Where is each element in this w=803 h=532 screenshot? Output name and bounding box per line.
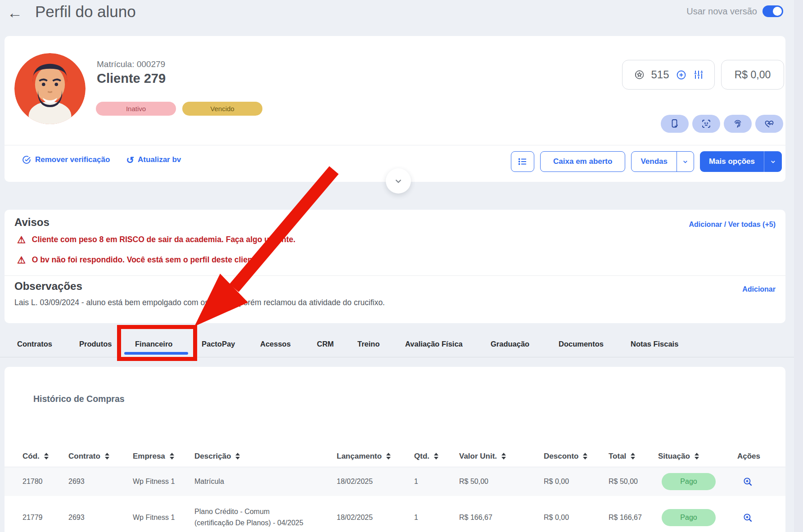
tab-avaliacao-fisica[interactable]: Avaliação Física <box>405 340 463 348</box>
fingerprint-icon <box>732 118 743 129</box>
col-header-acoes: Ações <box>737 452 785 461</box>
observacoes-title: Observações <box>14 280 82 293</box>
tab-acessos[interactable]: Acessos <box>260 340 291 348</box>
avisos-observacoes-card: Avisos Adicionar / Ver todas (+5) ⚠ Clie… <box>5 210 785 323</box>
tab-graduacao[interactable]: Graduação <box>491 340 529 348</box>
chevron-down-icon <box>682 158 689 165</box>
view-details-button[interactable] <box>743 513 753 523</box>
balance-value: R$ 0,00 <box>735 69 771 81</box>
toggle-knob <box>773 7 782 16</box>
sort-icon <box>695 453 699 460</box>
mais-opcoes-split-button: Mais opções <box>700 151 782 172</box>
view-details-button[interactable] <box>743 477 753 487</box>
col-header-cod[interactable]: Cód. <box>23 452 68 461</box>
vertical-scrollbar[interactable] <box>794 0 803 532</box>
col-header-empresa[interactable]: Empresa <box>133 452 194 461</box>
caixa-em-aberto-button[interactable]: Caixa em aberto <box>540 151 625 172</box>
perfil-do-aluno-page: ← Perfil do aluno Usar nova versão M <box>0 0 803 532</box>
face-scan-button[interactable] <box>692 115 720 133</box>
cell-valor-unit: R$ 166,67 <box>459 514 544 522</box>
phone-check-icon <box>669 118 680 129</box>
col-header-total[interactable]: Total <box>609 452 658 461</box>
vendas-split-button: Vendas <box>631 151 694 172</box>
vendas-button[interactable]: Vendas <box>632 152 677 171</box>
add-points-button[interactable] <box>676 69 687 81</box>
check-circle-icon <box>22 155 32 165</box>
col-header-qtd[interactable]: Qtd. <box>414 452 459 461</box>
tab-pactopay[interactable]: PactoPay <box>202 340 235 348</box>
balance-box: R$ 0,00 <box>721 60 784 90</box>
sort-icon <box>631 453 635 460</box>
back-arrow-icon: ← <box>7 4 23 21</box>
heart-pulse-button[interactable] <box>755 115 783 133</box>
col-header-desconto[interactable]: Desconto <box>544 452 609 461</box>
sort-icon <box>386 453 391 460</box>
cell-descricao: Matrícula <box>194 476 307 487</box>
status-badge-pago: Pago <box>662 473 716 490</box>
tab-notas-fiscais[interactable]: Notas Fiscais <box>631 340 678 348</box>
collapse-profile-button[interactable] <box>386 168 411 194</box>
cell-qtd: 1 <box>414 514 459 522</box>
historico-compras-card: Histórico de Compras Cód. Contrato Empre… <box>5 367 785 532</box>
aviso-text: Cliente com peso 8 em RISCO de sair da a… <box>32 235 295 244</box>
back-button[interactable]: ← <box>7 4 23 22</box>
col-header-contrato[interactable]: Contrato <box>68 452 133 461</box>
nova-versao-toggle[interactable] <box>762 5 783 17</box>
list-icon <box>517 156 528 167</box>
remover-verificacao-label: Remover verificação <box>35 155 110 164</box>
chevron-down-icon <box>770 158 776 165</box>
avisos-adicionar-ver-todas-link[interactable]: Adicionar / Ver todas (+5) <box>689 221 776 229</box>
observacao-text: Lais L. 03/09/2024 - aluno está bem empo… <box>14 298 385 307</box>
tab-produtos[interactable]: Produtos <box>79 340 112 348</box>
avatar <box>14 53 86 124</box>
sort-icon <box>235 453 240 460</box>
cell-total: R$ 50,00 <box>609 478 658 486</box>
col-header-valor-unit[interactable]: Valor Unit. <box>459 452 544 461</box>
plus-circle-icon <box>676 69 687 81</box>
tab-crm[interactable]: CRM <box>317 340 334 348</box>
sort-icon <box>501 453 506 460</box>
atualizar-bv-link[interactable]: ↺ Atualizar bv <box>126 155 181 165</box>
col-header-descricao[interactable]: Descrição <box>194 452 337 461</box>
tab-treino[interactable]: Treino <box>357 340 380 348</box>
tab-documentos[interactable]: Documentos <box>559 340 604 348</box>
heart-pulse-icon <box>764 118 775 129</box>
cell-cod: 21779 <box>23 514 68 522</box>
cell-empresa: Wp Fitness 1 <box>133 514 194 522</box>
status-badge-inativo: Inativo <box>96 102 176 116</box>
client-name: Cliente 279 <box>97 71 166 86</box>
cell-contrato: 2693 <box>68 514 133 522</box>
col-header-lancamento[interactable]: Lançamento <box>337 452 414 461</box>
historico-compras-title: Histórico de Compras <box>33 394 125 404</box>
cell-lancamento: 18/02/2025 <box>337 478 414 486</box>
phone-check-button[interactable] <box>661 115 689 133</box>
top-header: ← Perfil do aluno Usar nova versão <box>0 0 803 32</box>
table-row: 21779 2693 Wp Fitness 1 Plano Crédito - … <box>5 496 785 532</box>
undo-icon: ↺ <box>126 155 134 165</box>
toggle-label: Usar nova versão <box>686 6 757 17</box>
vendas-dropdown-button[interactable] <box>677 152 694 171</box>
avisos-title: Avisos <box>14 216 50 229</box>
remover-verificacao-link[interactable]: Remover verificação <box>22 155 110 165</box>
sort-icon <box>434 453 438 460</box>
points-settings-button[interactable] <box>693 69 704 80</box>
cell-contrato: 2693 <box>68 478 133 486</box>
sliders-icon <box>693 69 704 80</box>
list-button[interactable] <box>511 151 534 172</box>
coins-star-icon <box>633 69 645 81</box>
cell-lancamento: 18/02/2025 <box>337 514 414 522</box>
sort-icon <box>105 453 109 460</box>
observacoes-adicionar-link[interactable]: Adicionar <box>742 285 776 293</box>
tab-contratos[interactable]: Contratos <box>17 340 52 348</box>
tab-financeiro[interactable]: Financeiro <box>135 340 172 348</box>
col-header-situacao[interactable]: Situação <box>658 452 733 461</box>
caixa-em-aberto-label: Caixa em aberto <box>553 157 612 166</box>
mais-opcoes-dropdown-button[interactable] <box>764 151 782 172</box>
page-title: Perfil do aluno <box>35 3 136 21</box>
status-badge-pago: Pago <box>662 509 716 526</box>
mais-opcoes-button[interactable]: Mais opções <box>700 151 764 172</box>
mais-opcoes-label: Mais opções <box>709 157 755 166</box>
cell-desconto: R$ 0,00 <box>544 514 609 522</box>
sort-icon <box>583 453 587 460</box>
fingerprint-button[interactable] <box>724 115 752 133</box>
